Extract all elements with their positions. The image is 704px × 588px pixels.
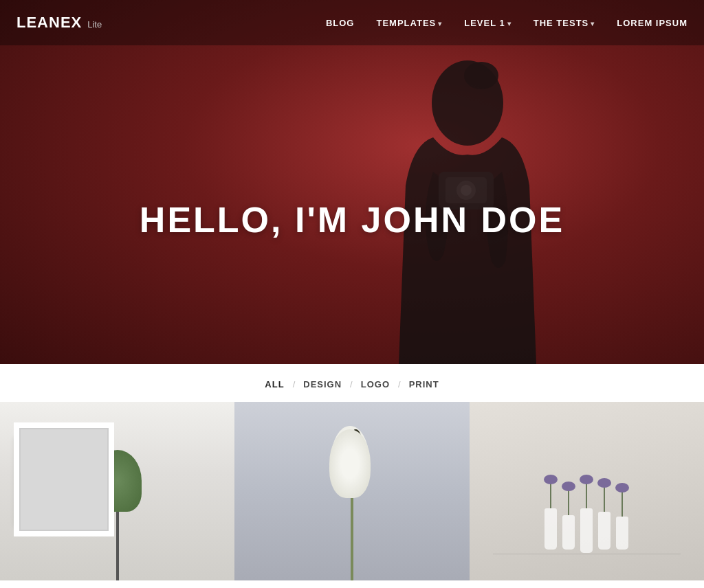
- nav-item-blog[interactable]: BLOG: [326, 16, 355, 29]
- brand-tag: Lite: [87, 19, 102, 30]
- nav-link-blog[interactable]: BLOG: [326, 18, 355, 28]
- main-nav: LEANEX Lite BLOG TEMPLATES▾ LEVEL 1▾ THE…: [0, 0, 704, 45]
- portfolio-item-1[interactable]: Work Three: [0, 402, 234, 588]
- filter-all[interactable]: ALL: [265, 379, 284, 389]
- portfolio-grid: Work Three L: [0, 402, 704, 588]
- nav-link-tests[interactable]: THE TESTS▾: [534, 18, 595, 28]
- nav-item-level1[interactable]: LEVEL 1▾: [464, 16, 512, 29]
- nav-links: BLOG TEMPLATES▾ LEVEL 1▾ THE TESTS▾ LORE…: [326, 16, 688, 29]
- nav-item-tests[interactable]: THE TESTS▾: [534, 16, 595, 29]
- flower-petal: [331, 426, 369, 491]
- portfolio-img-3: [470, 402, 704, 580]
- surface-line: [493, 554, 681, 554]
- filter-divider-2: /: [350, 379, 353, 389]
- filter-logo[interactable]: LOGO: [361, 379, 390, 389]
- nav-link-level1[interactable]: LEVEL 1▾: [464, 18, 512, 28]
- vase-1: [544, 508, 557, 550]
- portfolio-info-1: Work Three: [0, 580, 234, 588]
- portfolio-item-2[interactable]: [234, 402, 469, 588]
- portfolio-img-1: [0, 402, 234, 580]
- filter-divider-3: /: [398, 379, 401, 389]
- nav-link-templates[interactable]: TEMPLATES▾: [376, 18, 442, 28]
- filter-design[interactable]: DESIGN: [303, 379, 342, 389]
- vase-group: [544, 508, 628, 553]
- vase-5: [616, 517, 628, 550]
- portfolio-info-3: Logotype Work One Logo: [470, 580, 704, 588]
- portfolio-img-2: [234, 402, 469, 580]
- nav-link-lorem[interactable]: LOREM IPSUM: [617, 18, 688, 28]
- svg-point-1: [464, 62, 498, 89]
- vase-3: [580, 508, 593, 553]
- brand-name: LEANEX: [16, 14, 82, 32]
- filter-print[interactable]: PRINT: [409, 379, 439, 389]
- chevron-down-icon: ▾: [591, 20, 595, 27]
- hero-section: HELLO, I'M JOHN DOE: [0, 0, 704, 364]
- brand: LEANEX Lite: [16, 14, 102, 32]
- chevron-down-icon: ▾: [507, 20, 512, 27]
- nav-item-templates[interactable]: TEMPLATES▾: [376, 16, 442, 29]
- vase-2: [562, 515, 575, 550]
- svg-point-5: [461, 185, 472, 196]
- portfolio-item-3[interactable]: Logotype Work One Logo: [470, 402, 704, 588]
- chevron-down-icon: ▾: [438, 20, 442, 27]
- flower-stem: [351, 457, 353, 580]
- hero-title: HELLO, I'M JOHN DOE: [0, 199, 704, 240]
- building-visual: [14, 436, 89, 525]
- tree-canopy: [94, 450, 142, 512]
- vase-4: [598, 512, 610, 550]
- nav-item-lorem[interactable]: LOREM IPSUM: [617, 16, 688, 29]
- flower-pistil: [349, 429, 362, 457]
- portfolio-info-2: [234, 580, 469, 588]
- filter-divider-1: /: [293, 379, 296, 389]
- filter-bar: ALL / DESIGN / LOGO / PRINT: [0, 364, 704, 402]
